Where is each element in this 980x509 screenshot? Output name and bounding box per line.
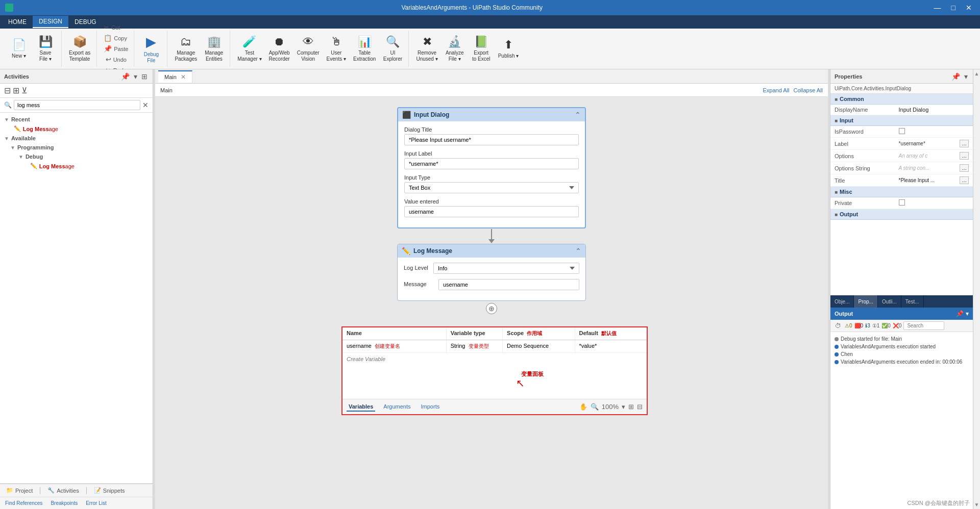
section-misc-header[interactable]: ■ Misc: [830, 187, 973, 197]
remove-unused-button[interactable]: ✖ RemoveUnused ▾: [413, 32, 440, 66]
manage-packages-button[interactable]: 🗂 ManagePackages: [172, 32, 200, 66]
rbt-test[interactable]: Test...: [901, 295, 924, 308]
create-variable-row[interactable]: Create Variable: [342, 353, 647, 368]
output-text-3: Chen: [841, 351, 853, 357]
export-excel-button[interactable]: 📗 Exportto Excel: [469, 32, 494, 66]
computer-vision-button[interactable]: 👁 ComputerVision: [294, 32, 323, 66]
manage-entities-button[interactable]: 🏢 ManageEntities: [201, 32, 227, 66]
menu-debug[interactable]: DEBUG: [68, 16, 103, 28]
minimize-btn[interactable]: —: [931, 4, 944, 12]
ui-explorer-button[interactable]: 🔍 UIExplorer: [380, 32, 405, 66]
tree-section-available[interactable]: ▼ Available: [0, 134, 153, 143]
section-input-expand-icon: ■: [835, 118, 838, 123]
user-events-button[interactable]: 🖱 UserEvents ▾: [324, 32, 349, 66]
variables-tab[interactable]: Variables: [347, 402, 375, 412]
expand-all-link[interactable]: Expand All: [763, 87, 790, 93]
title-btn[interactable]: …: [960, 176, 969, 184]
menu-design[interactable]: DESIGN: [33, 16, 68, 28]
output-clear-icon[interactable]: ⏱: [834, 322, 843, 330]
label-prop-btn[interactable]: …: [960, 140, 969, 147]
activities-expand-icon[interactable]: ⊞: [140, 71, 149, 82]
canvas-area[interactable]: ⬛ Input Dialog ⌃ Dialog Title Input Labe…: [155, 97, 828, 509]
tab-activities[interactable]: 🔧 Activities: [44, 486, 82, 495]
value-entered-input[interactable]: [404, 206, 579, 217]
message-input[interactable]: [438, 279, 579, 290]
cut-button[interactable]: ✂ Cut: [101, 22, 131, 32]
properties-pin-icon[interactable]: 📌: [950, 71, 961, 82]
export-template-button[interactable]: 📦 Export asTemplate: [66, 32, 93, 66]
project-icon: 📁: [6, 487, 13, 494]
options-btn[interactable]: …: [960, 152, 969, 160]
close-btn[interactable]: ✕: [963, 4, 975, 12]
scroll-up-arrow[interactable]: ▲: [973, 69, 980, 78]
breakpoints-link[interactable]: Breakpoints: [51, 500, 78, 506]
prop-options-row: Options An array of c …: [830, 150, 973, 162]
rbt-objects[interactable]: Obje...: [830, 295, 854, 308]
paste-button[interactable]: 📌 Paste: [101, 44, 131, 54]
fit-screen-icon[interactable]: ⊞: [628, 403, 634, 411]
options-string-btn[interactable]: …: [960, 164, 969, 172]
input-label-input[interactable]: [404, 158, 579, 169]
zoom-dropdown-icon[interactable]: ▾: [622, 403, 625, 411]
log-level-select[interactable]: Info: [433, 263, 579, 274]
filter-icon[interactable]: ⊻: [21, 86, 28, 95]
tab-snippets[interactable]: 📝 Snippets: [91, 486, 128, 495]
output-pin-icon[interactable]: 📌: [956, 310, 964, 317]
menu-home[interactable]: HOME: [2, 16, 33, 28]
rbt-properties[interactable]: Prop...: [854, 295, 877, 308]
window-controls[interactable]: — □ ✕: [931, 4, 975, 12]
arguments-tab[interactable]: Arguments: [381, 402, 412, 412]
activities-pin-icon[interactable]: 📌: [120, 71, 131, 82]
imports-tab[interactable]: Imports: [419, 402, 442, 412]
new-button[interactable]: 📄 New ▾: [6, 32, 32, 66]
appweb-recorder-button[interactable]: ⏺ App/WebRecorder: [266, 32, 293, 66]
tree-item-logmessage-debug[interactable]: ✏️ Log Message: [0, 161, 153, 171]
output-badge2: ①1: [872, 323, 880, 328]
private-checkbox[interactable]: [899, 199, 905, 206]
rbt-outline[interactable]: Outli...: [878, 295, 901, 308]
log-message-collapse-btn[interactable]: ⌃: [575, 247, 581, 255]
search-clear-icon[interactable]: ✕: [142, 101, 149, 109]
error-list-link[interactable]: Error List: [86, 500, 107, 506]
properties-collapse-icon[interactable]: ▾: [963, 71, 969, 82]
undo-button[interactable]: ↩ Undo: [103, 55, 129, 64]
collapse-all-link[interactable]: Collapse All: [794, 87, 823, 93]
test-manager-button[interactable]: 🧪 TestManager ▾: [234, 32, 264, 66]
expand-all-icon[interactable]: ⊟: [4, 86, 11, 95]
drag-icon: ✋: [579, 403, 587, 411]
table-extraction-button[interactable]: 📊 TableExtraction: [350, 32, 379, 66]
tab-project[interactable]: 📁 Project: [3, 486, 36, 495]
section-input-header[interactable]: ■ Input: [830, 115, 973, 126]
activities-search-input[interactable]: [14, 100, 140, 110]
add-activity-btn[interactable]: ⊕: [486, 303, 497, 314]
output-text-2: VariablesAndArguments execution started: [841, 344, 936, 349]
collapse-all-icon[interactable]: ⊞: [13, 86, 19, 95]
zoom-reset-icon[interactable]: ⊟: [637, 403, 643, 411]
appweb-recorder-icon: ⏺: [274, 35, 285, 48]
output-content: Debug started for file: Main VariablesAn…: [830, 332, 973, 509]
section-output-props-header[interactable]: ■ Output: [830, 209, 973, 220]
section-common-header[interactable]: ■ Common: [830, 94, 973, 105]
output-search-input[interactable]: [903, 321, 944, 330]
analyze-file-button[interactable]: 🔬 AnalyzeFile ▾: [442, 32, 468, 66]
copy-button[interactable]: 📋 Copy: [101, 33, 131, 43]
activities-collapse-icon[interactable]: ▾: [133, 71, 138, 82]
tree-section-programming[interactable]: ▼ Programming: [0, 143, 153, 152]
ispassword-checkbox[interactable]: [899, 128, 905, 134]
output-collapse-icon[interactable]: ▾: [966, 310, 969, 317]
find-references-link[interactable]: Find References: [5, 500, 42, 506]
input-dialog-collapse-btn[interactable]: ⌃: [575, 111, 581, 119]
debug-button[interactable]: ▶ DebugFile: [138, 32, 164, 66]
main-tab[interactable]: Main ✕: [158, 70, 192, 83]
input-type-select[interactable]: Text Box: [404, 182, 579, 193]
main-tab-close[interactable]: ✕: [181, 73, 186, 81]
dialog-title-input[interactable]: [404, 134, 579, 145]
tree-section-debug[interactable]: ▼ Debug: [0, 152, 153, 161]
maximize-btn[interactable]: □: [948, 4, 959, 12]
tree-item-logmessage-recent[interactable]: ✏️ Log Message: [0, 124, 153, 134]
publish-button[interactable]: ⬆ Publish ▾: [495, 32, 522, 66]
save-button[interactable]: 💾 SaveFile ▾: [33, 32, 58, 66]
scroll-down-arrow[interactable]: ▼: [973, 500, 980, 509]
zoom-search-icon[interactable]: 🔍: [591, 403, 599, 411]
tree-section-recent[interactable]: ▼ Recent: [0, 115, 153, 124]
